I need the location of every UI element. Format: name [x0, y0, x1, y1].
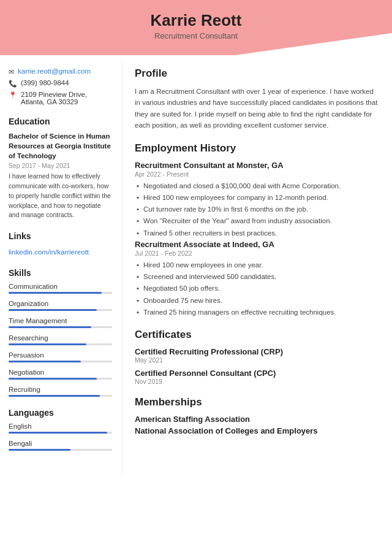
- certificate-date: May 2021: [135, 356, 380, 364]
- certificates-title: Certificates: [135, 329, 380, 342]
- job-bullet: Hired 100 new employees for company in 1…: [135, 193, 380, 203]
- left-column: ✉ karrie.reott@gmail.com 📞 (399) 980-984…: [0, 61, 123, 474]
- language-bar-background: [9, 449, 112, 451]
- contact-phone: 📞 (399) 980-9844: [9, 79, 112, 88]
- certificate-item: Certified Recruiting Professional (CRP) …: [135, 347, 380, 364]
- employment-list: Recruitment Consultant at Monster, GA Ap…: [135, 161, 380, 318]
- skill-bar-fill: [9, 309, 97, 311]
- skills-section: Skills Communication Organization Time M…: [9, 268, 112, 397]
- skill-item: Organization: [9, 300, 112, 311]
- job-bullet: Screened and interviewed 500 candidates.: [135, 272, 380, 282]
- job-bullet: Negotiated 50 job offers.: [135, 283, 380, 294]
- language-item: Bengali: [9, 440, 112, 451]
- links-section: Links linkedin.com/in/karriereott: [9, 231, 112, 257]
- job-bullets: Negotiated and closed a $100,000 deal wi…: [135, 181, 380, 239]
- skill-bar-fill: [9, 343, 86, 345]
- skill-bar-fill: [9, 326, 91, 328]
- location-icon: 📍: [9, 91, 17, 99]
- linkedin-link-item: linkedin.com/in/karriereott: [9, 246, 112, 257]
- job-bullet: Won "Recruiter of the Year" award from i…: [135, 216, 380, 226]
- memberships-section: Memberships American Staffing Associatio…: [135, 396, 380, 435]
- education-description: I have learned how to effectively commun…: [9, 172, 112, 220]
- certificates-list: Certified Recruiting Professional (CRP) …: [135, 347, 380, 385]
- skill-bar-background: [9, 361, 112, 362]
- job-bullet: Trained 25 hiring managers on effective …: [135, 307, 380, 318]
- languages-list: English Bengali: [9, 423, 112, 451]
- skill-name: Negotiation: [9, 369, 112, 376]
- right-column: Profile I am a Recruitment Consultant wi…: [123, 61, 392, 474]
- header-section: Karrie Reott Recruitment Consultant: [0, 0, 392, 55]
- certificate-name: Certified Personnel Consultant (CPC): [135, 369, 380, 378]
- skill-name: Organization: [9, 300, 112, 307]
- phone-number: (399) 980-9844: [21, 79, 69, 86]
- skill-name: Persuasion: [9, 351, 112, 359]
- email-link[interactable]: karrie.reott@gmail.com: [18, 67, 91, 75]
- education-section: Education Bachelor of Science in Human R…: [9, 117, 112, 220]
- language-bar-fill: [9, 432, 107, 434]
- resume-document: Karrie Reott Recruitment Consultant ✉ ka…: [0, 0, 392, 555]
- language-item: English: [9, 423, 112, 434]
- job-bullet: Trained 5 other recruiters in best pract…: [135, 228, 380, 239]
- skill-bar-background: [9, 395, 112, 397]
- skills-list: Communication Organization Time Manageme…: [9, 283, 112, 397]
- skill-name: Recruiting: [9, 386, 112, 393]
- contact-email: ✉ karrie.reott@gmail.com: [9, 67, 112, 76]
- education-title: Education: [9, 117, 112, 126]
- skill-name: Researching: [9, 334, 112, 342]
- languages-title: Languages: [9, 408, 112, 418]
- language-bar-background: [9, 432, 112, 434]
- job-bullet: Hired 100 new employees in one year.: [135, 260, 380, 270]
- job-bullet: Onboarded 75 new hires.: [135, 296, 380, 306]
- education-dates: Sep 2017 - May 2021: [9, 162, 112, 169]
- phone-icon: 📞: [9, 80, 17, 88]
- contact-address: 📍 2109 Pineview Drive, Atlanta, GA 30329: [9, 91, 112, 105]
- certificate-item: Certified Personnel Consultant (CPC) Nov…: [135, 369, 380, 385]
- candidate-name: Karrie Reott: [0, 11, 392, 30]
- language-bar-fill: [9, 449, 70, 451]
- membership-item: National Association of Colleges and Emp…: [135, 426, 380, 435]
- profile-text: I am a Recruitment Consultant with over …: [135, 86, 380, 131]
- job-bullet: Cut turnover rate by 10% in first 6 mont…: [135, 204, 380, 215]
- contact-section: ✉ karrie.reott@gmail.com 📞 (399) 980-984…: [9, 67, 112, 105]
- skill-bar-background: [9, 378, 112, 380]
- employment-title: Employment History: [135, 142, 380, 156]
- skill-bar-background: [9, 292, 112, 294]
- skill-bar-background: [9, 326, 112, 328]
- membership-item: American Staffing Association: [135, 415, 380, 424]
- certificate-date: Nov 2019: [135, 378, 380, 385]
- memberships-list: American Staffing AssociationNational As…: [135, 415, 380, 435]
- skill-bar-fill: [9, 395, 100, 397]
- skill-item: Recruiting: [9, 386, 112, 397]
- profile-title: Profile: [135, 67, 380, 81]
- skill-item: Persuasion: [9, 351, 112, 362]
- education-degree: Bachelor of Science in Human Resources a…: [9, 131, 112, 161]
- links-title: Links: [9, 231, 112, 241]
- linkedin-link[interactable]: linkedin.com/in/karriereott: [9, 248, 89, 256]
- job-item: Recruitment Consultant at Monster, GA Ap…: [135, 161, 380, 239]
- job-bullet: Negotiated and closed a $100,000 deal wi…: [135, 181, 380, 191]
- header-content: Karrie Reott Recruitment Consultant: [0, 0, 392, 40]
- skill-bar-background: [9, 343, 112, 345]
- skill-item: Negotiation: [9, 369, 112, 380]
- profile-section: Profile I am a Recruitment Consultant wi…: [135, 67, 380, 131]
- language-name: English: [9, 423, 112, 430]
- certificate-name: Certified Recruiting Professional (CRP): [135, 347, 380, 356]
- memberships-title: Memberships: [135, 396, 380, 410]
- email-icon: ✉: [9, 68, 14, 76]
- skill-item: Time Management: [9, 317, 112, 328]
- employment-section: Employment History Recruitment Consultan…: [135, 142, 380, 318]
- skill-bar-fill: [9, 378, 97, 380]
- skill-bar-fill: [9, 292, 102, 294]
- candidate-title: Recruitment Consultant: [0, 31, 392, 40]
- job-title: Recruitment Associate at Indeed, GA: [135, 240, 380, 249]
- skill-name: Communication: [9, 283, 112, 290]
- job-dates: Apr 2022 - Present: [135, 170, 380, 178]
- skill-item: Researching: [9, 334, 112, 345]
- certificates-section: Certificates Certified Recruiting Profes…: [135, 329, 380, 385]
- body-section: ✉ karrie.reott@gmail.com 📞 (399) 980-984…: [0, 55, 392, 474]
- address-text: 2109 Pineview Drive, Atlanta, GA 30329: [21, 91, 112, 105]
- job-bullets: Hired 100 new employees in one year.Scre…: [135, 260, 380, 318]
- languages-section: Languages English Bengali: [9, 408, 112, 451]
- job-title: Recruitment Consultant at Monster, GA: [135, 161, 380, 170]
- job-item: Recruitment Associate at Indeed, GA Jul …: [135, 240, 380, 318]
